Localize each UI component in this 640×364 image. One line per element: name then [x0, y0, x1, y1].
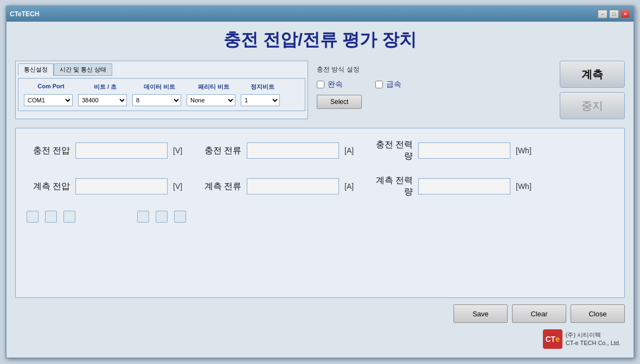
slow-charge-label: 완속 — [328, 80, 343, 89]
company-logo: CTe (주) 시티이텍 CT-e TECH Co., Ltd. — [543, 329, 620, 349]
parity-select[interactable]: None Odd Even — [187, 94, 235, 106]
checkbox-2[interactable] — [45, 211, 57, 223]
charge-power-input[interactable] — [418, 142, 510, 159]
header-com-port: Com Port — [24, 83, 78, 91]
comm-headers: Com Port 비트 / 초 데이터 비트 패리티 비트 정지비트 — [24, 83, 299, 91]
header-data-bits: 데이터 비트 — [132, 83, 187, 91]
save-button[interactable]: Save — [453, 304, 508, 323]
charge-voltage-input[interactable] — [75, 142, 168, 159]
window-title: CTeTECH — [10, 10, 39, 18]
logo-icon: CTe — [543, 329, 562, 349]
fast-charge-label: 급속 — [386, 80, 401, 89]
header-stop-bits: 정지비트 — [241, 83, 284, 91]
measure-power-label: 계측 전력량 — [369, 175, 413, 198]
measure-power-input[interactable] — [418, 178, 510, 194]
measure-button[interactable]: 계측 — [560, 61, 625, 88]
close-button[interactable]: Close — [571, 304, 625, 323]
tab-comm-settings[interactable]: 통신설정 — [18, 63, 54, 76]
window-close-button[interactable]: ✕ — [620, 10, 630, 18]
comm-selects: COM1 COM2 COM3 COM4 9600 19200 38400 — [24, 94, 299, 106]
top-section: 통신설정 시간 및 통신 상태 Com Port 비트 / 초 데이터 비트 패… — [15, 61, 625, 119]
measure-voltage-unit: [V] — [173, 182, 193, 191]
fast-charge-checkbox[interactable] — [375, 81, 383, 88]
measure-current-input[interactable] — [247, 178, 339, 194]
parity-wrap: None Odd Even — [187, 94, 241, 106]
charge-power-label: 충전 전력량 — [369, 139, 413, 162]
content-area: 충전 전압/전류 평가 장치 통신설정 시간 및 통신 상태 Com Port … — [7, 22, 633, 358]
slow-charge-option[interactable]: 완속 — [317, 80, 343, 89]
comm-panel: 통신설정 시간 및 통신 상태 Com Port 비트 / 초 데이터 비트 패… — [15, 61, 308, 119]
action-buttons: 계측 중지 — [560, 61, 625, 119]
com-port-wrap: COM1 COM2 COM3 COM4 — [24, 94, 78, 106]
charge-current-input[interactable] — [247, 142, 339, 159]
measure-data-row: 계측 전압 [V] 계측 전류 [A] 계측 전력량 [Wh] — [27, 175, 613, 198]
titlebar: CTeTECH − □ ✕ — [7, 6, 633, 22]
checkbox-5[interactable] — [156, 211, 168, 223]
measure-voltage-input[interactable] — [75, 178, 168, 194]
charge-mode-options: 완속 급속 — [317, 80, 401, 89]
window-controls: − □ ✕ — [598, 10, 630, 18]
main-window: CTeTECH − □ ✕ 충전 전압/전류 평가 장치 통신설정 시간 및 통… — [5, 5, 635, 359]
data-bits-wrap: 7 8 — [132, 94, 187, 106]
data-bits-select[interactable]: 7 8 — [132, 94, 181, 106]
measure-current-unit: [A] — [344, 182, 364, 191]
charge-data-row: 충전 전압 [V] 충전 전류 [A] 충전 전력량 [Wh] — [27, 139, 613, 162]
charge-voltage-unit: [V] — [173, 146, 193, 155]
logo-e: e — [555, 335, 560, 343]
header-parity: 패리티 비트 — [187, 83, 241, 91]
bottom-buttons: Save Clear Close — [15, 304, 625, 323]
maximize-button[interactable]: □ — [609, 10, 619, 18]
slow-charge-checkbox[interactable] — [317, 81, 324, 88]
company-name-kr: (주) 시티이텍 — [566, 331, 620, 339]
baud-rate-select[interactable]: 9600 19200 38400 57600 115200 — [78, 94, 127, 106]
charge-current-label: 충전 전류 — [198, 145, 241, 157]
charge-power-unit: [Wh] — [516, 146, 535, 155]
footer: CTe (주) 시티이텍 CT-e TECH Co., Ltd. — [15, 327, 625, 351]
charge-mode-panel: 충전 방식 설정 완속 급속 Select — [317, 65, 401, 109]
charge-current-unit: [A] — [344, 146, 364, 155]
charge-mode-title: 충전 방식 설정 — [317, 65, 401, 74]
checkbox-3[interactable] — [63, 211, 75, 223]
measure-power-unit: [Wh] — [516, 182, 535, 191]
company-name-en: CT-e TECH Co., Ltd. — [566, 339, 620, 347]
header-baud-rate: 비트 / 초 — [78, 83, 132, 91]
stop-bits-select[interactable]: 1 2 — [241, 94, 280, 106]
tab-row: 통신설정 시간 및 통신 상태 — [18, 63, 305, 76]
clear-button[interactable]: Clear — [512, 304, 566, 323]
data-section: 충전 전압 [V] 충전 전류 [A] 충전 전력량 [Wh] 계측 전압 [V… — [15, 128, 625, 298]
measure-voltage-label: 계측 전압 — [27, 181, 70, 192]
charge-voltage-label: 충전 전압 — [27, 145, 70, 157]
fast-charge-option[interactable]: 급속 — [375, 80, 401, 89]
checkbox-4[interactable] — [137, 211, 149, 223]
minimize-button[interactable]: − — [598, 10, 607, 18]
checkbox-6[interactable] — [174, 211, 186, 223]
company-info: (주) 시티이텍 CT-e TECH Co., Ltd. — [566, 331, 620, 348]
com-port-select[interactable]: COM1 COM2 COM3 COM4 — [24, 94, 73, 106]
page-title: 충전 전압/전류 평가 장치 — [15, 28, 625, 52]
baud-rate-wrap: 9600 19200 38400 57600 115200 — [78, 94, 132, 106]
comm-inner: Com Port 비트 / 초 데이터 비트 패리티 비트 정지비트 COM1 … — [18, 78, 305, 111]
checkbox-row — [27, 211, 613, 223]
stop-bits-wrap: 1 2 — [241, 94, 284, 106]
measure-current-label: 계측 전류 — [198, 181, 241, 192]
checkbox-1[interactable] — [27, 211, 39, 223]
select-button[interactable]: Select — [317, 95, 362, 109]
stop-button[interactable]: 중지 — [560, 92, 625, 119]
tab-time-status[interactable]: 시간 및 통신 상태 — [54, 63, 112, 76]
